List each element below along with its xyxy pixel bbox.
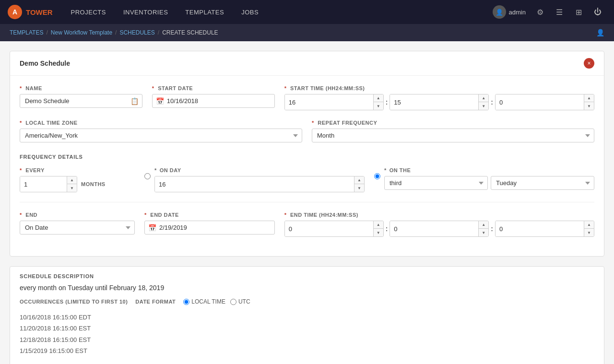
on-day-label: * ON DAY	[154, 167, 365, 173]
every-group: * EVERY ▲ ▼ MONTHS	[20, 167, 135, 192]
end-min-down[interactable]: ▼	[479, 229, 488, 236]
on-day-arrows: ▲ ▼	[354, 176, 364, 192]
every-up[interactable]: ▲	[67, 176, 77, 184]
power-icon[interactable]: ⏻	[589, 3, 606, 21]
on-the-day-select[interactable]: Sunday Monday Tueday Wednesday Thursday …	[491, 176, 594, 190]
local-time-radio[interactable]	[183, 299, 189, 305]
occurrence-4: 1/15/2019 16:15:00 EST	[20, 345, 594, 356]
freq-details-label: FREQUENCY DETAILS	[20, 152, 594, 160]
breadcrumb-sep-3: /	[158, 29, 159, 36]
breadcrumb-templates[interactable]: TEMPLATES	[10, 29, 43, 36]
nav-links: PROJECTS INVENTORIES TEMPLATES JOBS	[62, 0, 489, 24]
min-arrows: ▲ ▼	[478, 94, 488, 110]
end-sec-down[interactable]: ▼	[584, 229, 594, 236]
form-row-1: * NAME 📋 * START DATE 📅	[20, 85, 594, 110]
sec-down[interactable]: ▼	[584, 102, 594, 110]
breadcrumb-schedules[interactable]: SCHEDULES	[119, 29, 154, 36]
end-date-input[interactable]	[144, 221, 275, 235]
card-title: Demo Schedule	[20, 59, 70, 67]
every-arrows: ▲ ▼	[67, 176, 77, 192]
end-time-group: * END TIME (HH24:MM:SS) ▲ ▼ :	[284, 212, 594, 237]
divider	[20, 202, 594, 202]
utc-option[interactable]: UTC	[230, 298, 250, 305]
hour-down[interactable]: ▼	[374, 102, 383, 110]
close-button[interactable]: ×	[584, 58, 594, 69]
sec-up[interactable]: ▲	[584, 94, 594, 102]
on-day-down[interactable]: ▼	[354, 184, 364, 192]
local-tz-select[interactable]: America/New_York UTC US/Eastern US/Pacif…	[20, 129, 302, 142]
breadcrumb-sep-2: /	[115, 29, 117, 36]
on-day-spinner: ▲ ▼	[154, 176, 365, 192]
utc-radio[interactable]	[230, 299, 236, 305]
end-select[interactable]: Never On Date After	[20, 221, 135, 235]
end-sec-up[interactable]: ▲	[584, 221, 594, 229]
start-time-min[interactable]	[390, 94, 478, 110]
schedule-description-text: every month on Tuesday until February 18…	[20, 284, 594, 292]
settings-icon[interactable]: ⚙	[531, 3, 549, 21]
every-label: * EVERY	[20, 167, 135, 173]
breadcrumb-sep-1: /	[46, 29, 47, 36]
end-time-inputs: ▲ ▼ : ▲ ▼	[284, 221, 594, 237]
local-tz-group: * LOCAL TIME ZONE America/New_York UTC U…	[20, 120, 302, 142]
on-day-input[interactable]	[155, 176, 354, 192]
end-date-input-wrapper: 📅	[144, 221, 275, 235]
avatar: 👤	[493, 5, 506, 19]
start-time-group: * START TIME (HH24:MM:SS) ▲ ▼ :	[284, 85, 594, 110]
dashboard-icon[interactable]: ⊞	[570, 3, 587, 21]
name-input[interactable]	[20, 94, 142, 108]
min-up[interactable]: ▲	[479, 94, 488, 102]
end-time-min[interactable]	[390, 221, 478, 236]
start-date-input[interactable]	[152, 94, 275, 108]
hour-arrows: ▲ ▼	[373, 94, 383, 110]
end-sec-arrows: ▲ ▼	[584, 221, 594, 236]
every-down[interactable]: ▼	[67, 184, 77, 192]
every-input[interactable]	[20, 176, 67, 192]
hour-up[interactable]: ▲	[374, 94, 383, 102]
repeat-freq-select[interactable]: None Minute Hour Day Week Month	[312, 129, 594, 142]
on-the-ordinal-select[interactable]: first second third fourth last	[384, 176, 488, 190]
nav-templates[interactable]: TEMPLATES	[177, 0, 233, 24]
list-icon[interactable]: ☰	[551, 3, 568, 21]
top-nav: A TOWER PROJECTS INVENTORIES TEMPLATES J…	[0, 0, 614, 24]
end-min-arrows: ▲ ▼	[478, 221, 488, 236]
occurrences-list: 10/16/2018 16:15:00 EDT 11/20/2018 16:15…	[20, 312, 594, 357]
start-time-min-spinner: ▲ ▼	[390, 94, 489, 110]
on-day-radio[interactable]	[144, 173, 151, 179]
schedule-desc-body: every month on Tuesday until February 18…	[10, 284, 604, 364]
freq-details-section: FREQUENCY DETAILS * EVERY	[20, 152, 594, 237]
nav-inventories[interactable]: INVENTORIES	[115, 0, 177, 24]
occurrence-2: 11/20/2018 16:15:00 EST	[20, 323, 594, 334]
end-hour-up[interactable]: ▲	[374, 221, 383, 229]
name-group: * NAME 📋	[20, 85, 142, 110]
end-time-label: * END TIME (HH24:MM:SS)	[284, 212, 594, 218]
end-hour-down[interactable]: ▼	[374, 229, 383, 236]
end-date-label: * END DATE	[144, 212, 275, 218]
local-time-option[interactable]: LOCAL TIME	[183, 298, 225, 305]
on-the-label-group: * ON THE first second third fourth last	[384, 167, 594, 190]
on-the-group: * ON THE first second third fourth last	[374, 167, 594, 192]
min-down[interactable]: ▼	[479, 102, 488, 110]
app-logo[interactable]: A TOWER	[8, 5, 53, 19]
name-input-wrapper: 📋	[20, 94, 142, 108]
end-min-up[interactable]: ▲	[479, 221, 488, 229]
end-time-hour[interactable]	[285, 221, 373, 236]
repeat-freq-group: * REPEAT FREQUENCY None Minute Hour Day …	[312, 120, 594, 142]
on-the-radio[interactable]	[374, 173, 380, 179]
start-time-hour-spinner: ▲ ▼	[284, 94, 384, 110]
card-header: Demo Schedule ×	[10, 51, 604, 76]
on-day-up[interactable]: ▲	[354, 176, 364, 184]
start-date-group: * START DATE 📅	[152, 85, 275, 110]
form-row-2: * LOCAL TIME ZONE America/New_York UTC U…	[20, 120, 594, 142]
start-time-hour[interactable]	[285, 94, 373, 110]
username: admin	[509, 9, 526, 16]
start-time-sec[interactable]	[496, 94, 584, 110]
nav-projects[interactable]: PROJECTS	[62, 0, 115, 24]
breadcrumb: TEMPLATES / New Workflow Template / SCHE…	[0, 24, 614, 41]
local-tz-label: * LOCAL TIME ZONE	[20, 120, 302, 126]
start-date-label: * START DATE	[152, 85, 275, 91]
nav-jobs[interactable]: JOBS	[233, 0, 267, 24]
breadcrumb-workflow[interactable]: New Workflow Template	[51, 29, 112, 36]
app-name: TOWER	[26, 8, 53, 16]
end-time-sec[interactable]	[496, 221, 584, 236]
start-date-input-wrapper: 📅	[152, 94, 275, 108]
